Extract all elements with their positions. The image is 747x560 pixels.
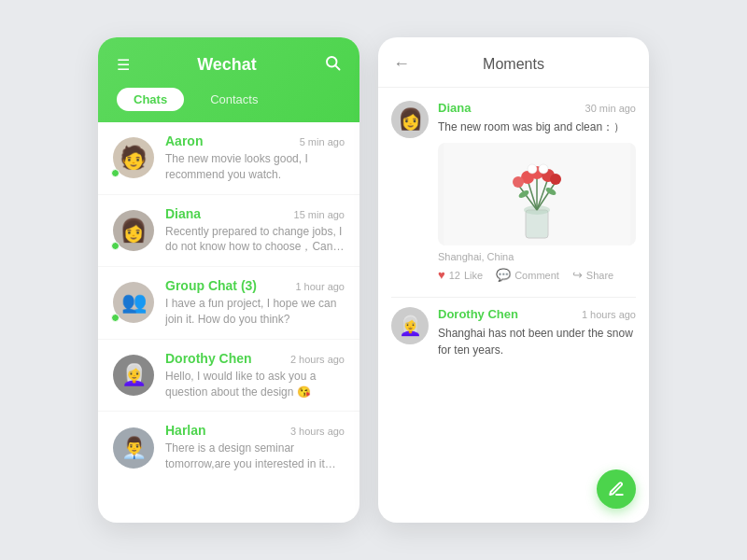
comment-icon: 💬 [496,268,511,282]
moment-image-diana [438,143,636,245]
online-dot-aaron [111,169,120,177]
chat-time-group: 1 hour ago [295,281,345,292]
comment-button[interactable]: 💬 Comment [496,268,559,282]
avatar-harlan: 👨‍💼 [113,427,154,469]
chat-preview-diana: Recently prepared to change jobs, I do n… [165,224,345,256]
chat-time-diana: 15 min ago [294,209,345,220]
chat-name-dorothy: Dorothy Chen [165,351,252,366]
moment-text-diana: The new room was big and clean：） [438,119,636,135]
chat-time-harlan: 3 hours ago [290,426,345,437]
share-button[interactable]: ↪ Share [572,268,613,282]
moment-name-dorothy: Dorothy Chen [438,307,518,321]
moments-divider [391,297,636,298]
like-label: Like [464,270,483,281]
like-count: 12 [449,270,460,281]
chat-preview-aaron: The new movie looks good, I recommend yo… [165,151,345,183]
tabs-bar: Chats Contacts [117,88,341,122]
moment-actions-diana: ♥ 12 Like 💬 Comment ↪ Share [438,268,636,282]
chat-item-group[interactable]: 👥 Group Chat (3) 1 hour ago I have a fun… [98,267,359,340]
moment-time-diana: 30 min ago [585,103,636,114]
chat-item-aaron[interactable]: 🧑 Aaron 5 min ago The new movie looks go… [98,122,359,195]
online-dot-diana [111,242,120,250]
app-title: Wechat [197,55,257,75]
share-icon: ↪ [572,268,583,282]
chat-item-dorothy[interactable]: 👩‍🦳 Dorothy Chen 2 hours ago Hello, I wo… [98,340,359,413]
svg-point-13 [513,176,524,188]
moment-dorothy: 👩‍🦳 Dorothy Chen 1 hours ago Shanghai ha… [391,307,636,366]
chat-item-harlan[interactable]: 👨‍💼 Harlan 3 hours ago There is a design… [98,412,359,483]
svg-point-16 [539,164,548,174]
avatar-dorothy: 👩‍🦳 [113,355,154,396]
chat-preview-group: I have a fun project, I hope we can join… [165,296,345,328]
tab-contacts[interactable]: Contacts [193,88,275,111]
like-button[interactable]: ♥ 12 Like [438,268,483,282]
chat-time-dorothy: 2 hours ago [290,354,345,365]
search-icon[interactable] [324,54,341,75]
moment-location-diana: Shanghai, China [438,251,636,262]
svg-point-14 [550,174,561,185]
chat-item-diana[interactable]: 👩 Diana 15 min ago Recently prepared to … [98,195,359,268]
tab-chats[interactable]: Chats [117,88,184,111]
moment-time-dorothy: 1 hours ago [582,309,636,320]
moment-text-dorothy: Shanghai has not been under the snow for… [438,325,636,358]
compose-fab[interactable] [597,469,636,509]
chat-name-diana: Diana [165,206,201,221]
back-button[interactable]: ← [393,54,410,74]
heart-icon: ♥ [438,268,445,282]
chat-list: 🧑 Aaron 5 min ago The new movie looks go… [98,122,359,483]
chat-panel: ☰ Wechat Chats Contacts 🧑 [98,37,359,523]
moment-avatar-dorothy: 👩‍🦳 [391,307,429,344]
chat-time-aaron: 5 min ago [300,136,345,147]
svg-point-15 [528,164,537,174]
moment-diana: 👩 Diana 30 min ago The new room was big … [391,101,636,282]
moments-header: ← Moments [378,37,649,88]
moments-title: Moments [419,56,608,73]
share-label: Share [586,270,613,281]
chat-preview-dorothy: Hello, I would like to ask you a questio… [165,369,345,400]
svg-line-1 [335,65,339,69]
chat-name-harlan: Harlan [165,423,206,438]
chat-name-aaron: Aaron [165,133,203,148]
moment-name-diana: Diana [438,101,471,115]
moment-avatar-diana: 👩 [391,101,429,138]
menu-icon[interactable]: ☰ [117,56,130,74]
comment-label: Comment [514,270,559,281]
chat-name-group: Group Chat (3) [165,278,257,293]
chat-header: ☰ Wechat Chats Contacts [98,37,359,122]
moments-list: 👩 Diana 30 min ago The new room was big … [378,88,649,381]
online-dot-group [111,314,120,322]
chat-preview-harlan: There is a design seminar tomorrow,are y… [165,441,345,472]
moments-panel: ← Moments 👩 Diana 30 min ago The new roo… [378,37,649,523]
